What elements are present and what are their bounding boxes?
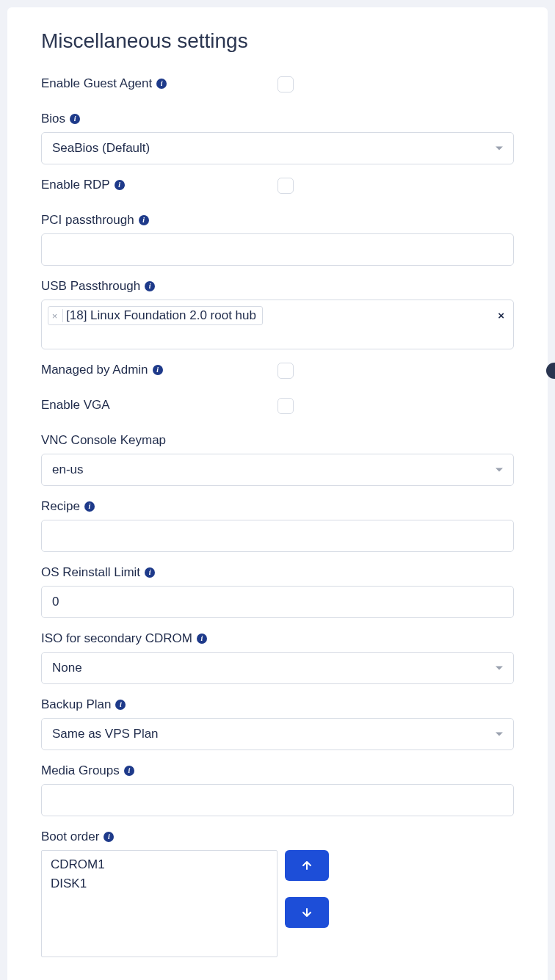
info-icon[interactable]: i (104, 832, 114, 842)
backup-label-text: Backup Plan (41, 697, 111, 712)
info-icon[interactable]: i (139, 215, 149, 225)
chevron-down-icon (496, 667, 503, 670)
pci-label-text: PCI passthrough (41, 213, 134, 228)
field-boot: Boot order i CDROM1 DISK1 (41, 830, 514, 957)
pci-input[interactable] (41, 233, 514, 266)
info-icon[interactable]: i (145, 281, 155, 291)
backup-select-value: Same as VPS Plan (52, 727, 159, 741)
chevron-down-icon (496, 468, 503, 472)
iso-select-value: None (52, 661, 82, 675)
reinstall-label: OS Reinstall Limit i (41, 565, 514, 580)
field-media: Media Groups i (41, 763, 514, 816)
reinstall-label-text: OS Reinstall Limit (41, 565, 140, 580)
bios-select[interactable]: SeaBios (Default) (41, 132, 514, 164)
guest-agent-checkbox[interactable] (278, 76, 294, 92)
managed-label: Managed by Admin i (41, 363, 278, 377)
info-icon[interactable]: i (124, 766, 134, 776)
rdp-label-text: Enable RDP (41, 178, 110, 192)
info-icon[interactable]: i (70, 114, 80, 124)
bios-label: Bios i (41, 112, 514, 126)
move-up-button[interactable] (285, 850, 329, 881)
remove-tag-icon[interactable]: × (50, 309, 63, 322)
media-label: Media Groups i (41, 763, 514, 778)
boot-label: Boot order i (41, 830, 514, 844)
guest-agent-label-text: Enable Guest Agent (41, 76, 152, 91)
vnc-select[interactable]: en-us (41, 454, 514, 486)
info-icon[interactable]: i (153, 365, 163, 375)
bios-select-value: SeaBios (Default) (52, 141, 150, 156)
field-vnc: VNC Console Keymap en-us (41, 433, 514, 486)
boot-item[interactable]: CDROM1 (42, 855, 277, 874)
managed-label-text: Managed by Admin (41, 363, 148, 377)
field-recipe: Recipe i (41, 499, 514, 552)
media-input[interactable] (41, 784, 514, 816)
recipe-label: Recipe i (41, 499, 514, 514)
boot-buttons (285, 850, 329, 928)
backup-label: Backup Plan i (41, 697, 514, 712)
managed-checkbox[interactable] (278, 363, 294, 379)
info-icon[interactable]: i (115, 700, 126, 710)
recipe-label-text: Recipe (41, 499, 80, 514)
field-rdp: Enable RDP i (41, 178, 514, 194)
settings-card: Miscellaneous settings Enable Guest Agen… (7, 7, 548, 980)
field-guest-agent: Enable Guest Agent i (41, 76, 514, 92)
usb-multiselect[interactable]: × [18] Linux Foundation 2.0 root hub × (41, 300, 514, 349)
vga-checkbox[interactable] (278, 398, 294, 414)
boot-list[interactable]: CDROM1 DISK1 (41, 850, 278, 957)
field-pci: PCI passthrough i (41, 213, 514, 266)
iso-label: ISO for secondary CDROM i (41, 631, 514, 646)
clear-all-icon[interactable]: × (498, 309, 504, 322)
arrow-up-icon (301, 860, 313, 871)
info-icon[interactable]: i (115, 180, 125, 190)
usb-label: USB Passthrough i (41, 279, 514, 294)
arrow-down-icon (301, 907, 313, 918)
move-down-button[interactable] (285, 897, 329, 928)
iso-select[interactable]: None (41, 652, 514, 684)
vga-label-text: Enable VGA (41, 398, 110, 413)
boot-label-text: Boot order (41, 830, 99, 844)
vga-label: Enable VGA (41, 398, 278, 413)
info-icon[interactable]: i (197, 634, 207, 644)
field-vga: Enable VGA (41, 398, 514, 414)
info-icon[interactable]: i (145, 567, 155, 578)
boot-item[interactable]: DISK1 (42, 874, 277, 893)
vnc-label-text: VNC Console Keymap (41, 433, 166, 448)
bios-label-text: Bios (41, 112, 65, 126)
field-iso: ISO for secondary CDROM i None (41, 631, 514, 684)
chevron-down-icon (496, 733, 503, 736)
recipe-input[interactable] (41, 520, 514, 552)
field-backup: Backup Plan i Same as VPS Plan (41, 697, 514, 750)
boot-row: CDROM1 DISK1 (41, 850, 514, 957)
usb-tag-text: [18] Linux Foundation 2.0 root hub (66, 308, 256, 323)
vnc-label: VNC Console Keymap (41, 433, 514, 448)
field-bios: Bios i SeaBios (Default) (41, 112, 514, 164)
field-managed: Managed by Admin i (41, 363, 514, 379)
backup-select[interactable]: Same as VPS Plan (41, 718, 514, 750)
info-icon[interactable]: i (156, 79, 167, 89)
iso-label-text: ISO for secondary CDROM (41, 631, 192, 646)
rdp-label: Enable RDP i (41, 178, 278, 192)
pci-label: PCI passthrough i (41, 213, 514, 228)
rdp-checkbox[interactable] (278, 178, 294, 194)
guest-agent-label: Enable Guest Agent i (41, 76, 278, 91)
reinstall-input[interactable] (41, 586, 514, 618)
media-label-text: Media Groups (41, 763, 120, 778)
page-title: Miscellaneous settings (41, 29, 514, 53)
field-usb: USB Passthrough i × [18] Linux Foundatio… (41, 279, 514, 349)
vnc-select-value: en-us (52, 462, 84, 477)
info-icon[interactable]: i (84, 501, 95, 512)
chevron-down-icon (496, 147, 503, 150)
usb-tag: × [18] Linux Foundation 2.0 root hub (48, 306, 263, 325)
field-reinstall: OS Reinstall Limit i (41, 565, 514, 618)
usb-label-text: USB Passthrough (41, 279, 140, 294)
